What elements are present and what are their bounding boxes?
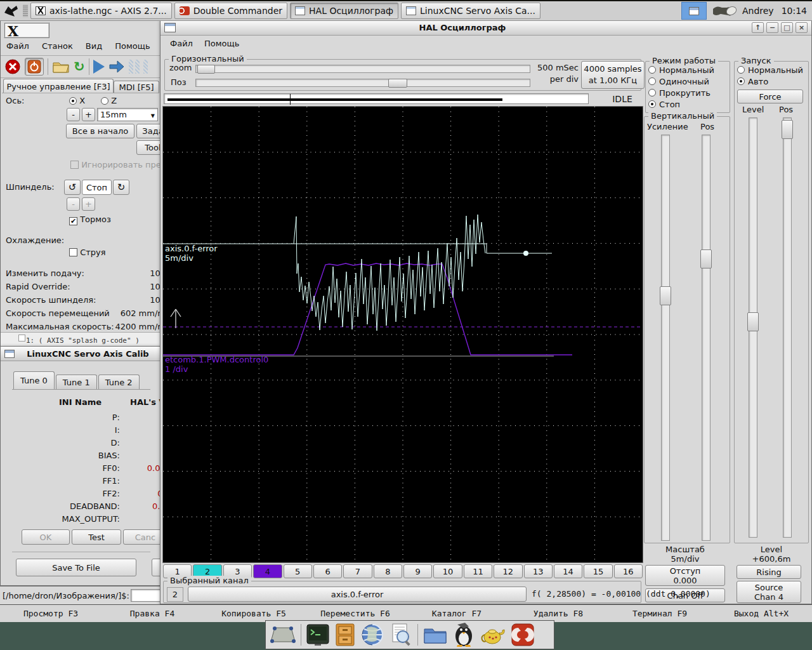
spindle-stop-button[interactable]: Стоп: [82, 180, 112, 195]
override-value[interactable]: 602 mm/m: [95, 308, 160, 318]
ignore-limits-checkbox[interactable]: Игнорировать преде: [70, 160, 160, 169]
ok-button[interactable]: OK: [22, 529, 70, 545]
fkey-f8[interactable]: Удалить F8: [508, 609, 609, 618]
machine-power-button[interactable]: [25, 58, 44, 76]
fkey-f3[interactable]: Просмотр F3: [0, 609, 102, 618]
taskbar-grip[interactable]: [23, 4, 28, 17]
mist-checkbox[interactable]: Струя: [69, 248, 106, 257]
channel-button-11[interactable]: 11: [464, 564, 492, 578]
cancel-button[interactable]: Canc: [123, 529, 160, 545]
spindle-forward-icon[interactable]: [113, 180, 129, 195]
channel-name-button[interactable]: axis.0.f-error: [188, 587, 527, 602]
terminal-icon[interactable]: [306, 623, 330, 646]
scope-display[interactable]: axis.0.f-error 5m/div etcomb.1.PWM.dcont…: [162, 106, 643, 563]
axis-menu-item-Помощь[interactable]: Помощь: [110, 41, 154, 53]
trig-pos-slider[interactable]: [783, 117, 792, 538]
fkey-f5[interactable]: Копировать F5: [203, 609, 304, 618]
channel-button-14[interactable]: 14: [554, 564, 582, 578]
file-cabinet-icon[interactable]: [334, 623, 356, 647]
jog-increment-select[interactable]: 15mm: [97, 108, 158, 121]
shade-button[interactable]: [752, 22, 764, 33]
run-icon[interactable]: [93, 60, 105, 74]
minimize-button[interactable]: [766, 22, 778, 33]
tray-window-icon[interactable]: [681, 2, 707, 20]
param-value[interactable]: 0.000: [125, 463, 160, 473]
tab-tune-2[interactable]: Tune 2: [98, 375, 140, 389]
tab-mdi[interactable]: MDI [F5]: [114, 81, 159, 93]
override-value[interactable]: 4200 mm/m: [95, 322, 160, 331]
open-file-icon[interactable]: [52, 59, 70, 74]
axis-menu-item-Вид[interactable]: Вид: [81, 41, 107, 53]
fkey-f9[interactable]: Терминал F9: [609, 609, 710, 618]
double-commander-icon[interactable]: [511, 623, 535, 647]
pause-icon-2[interactable]: [143, 60, 148, 74]
param-value[interactable]: 0.00: [125, 501, 160, 511]
trigger-radio-авто[interactable]: Авто: [737, 76, 808, 87]
channel-button-10[interactable]: 10: [433, 564, 462, 578]
reload-icon[interactable]: [74, 60, 85, 74]
gain-slider[interactable]: [661, 135, 670, 541]
axis-x-radio[interactable]: X: [69, 96, 85, 105]
desktop-icon[interactable]: [270, 624, 296, 646]
channel-button-16[interactable]: 16: [614, 564, 643, 578]
axis-z-radio[interactable]: Z: [101, 96, 117, 105]
hal-menu-item-Файл[interactable]: Файл: [166, 39, 197, 50]
channel-button-12[interactable]: 12: [494, 564, 522, 578]
taskbar-item[interactable]: HAL Осциллограф: [290, 3, 398, 19]
spindle-reverse-icon[interactable]: [64, 180, 81, 195]
step-icon[interactable]: [108, 60, 125, 74]
penguin-icon[interactable]: [452, 622, 475, 647]
rising-button[interactable]: Rising: [737, 565, 801, 579]
maximize-button[interactable]: [781, 22, 793, 33]
channel-button-5[interactable]: 5: [284, 564, 312, 578]
spindle-plus-button[interactable]: +: [82, 197, 95, 211]
level-slider-handle[interactable]: [747, 312, 759, 331]
override-value[interactable]: 100: [95, 269, 160, 278]
record-progress-bar[interactable]: [164, 93, 589, 104]
channel-button-7[interactable]: 7: [343, 564, 372, 578]
level-slider[interactable]: [749, 117, 757, 538]
mode-radio-стоп[interactable]: Стоп: [648, 98, 730, 110]
axis-menu-item-Файл[interactable]: Файл: [2, 41, 34, 53]
calib-titlebar[interactable]: LinuxCNC Servo Axis Calib: [1, 347, 160, 361]
override-value[interactable]: 100: [95, 295, 160, 305]
fkey-alt+x[interactable]: Выход Alt+X: [710, 609, 812, 618]
clipped-button[interactable]: [152, 559, 160, 576]
web-browser-icon[interactable]: [360, 623, 384, 647]
home-all-button[interactable]: Все в начало: [66, 124, 134, 138]
vert-pos-slider[interactable]: [702, 135, 710, 541]
record-position-marker[interactable]: [290, 94, 291, 105]
wm-logo-icon[interactable]: [0, 2, 22, 20]
taskbar-item[interactable]: axis-lathe.ngc - AXIS 2.7...: [30, 3, 172, 19]
vert-pos-slider-handle[interactable]: [700, 249, 712, 269]
tool-button[interactable]: Tool: [136, 140, 160, 155]
tab-manual-control[interactable]: Ручное управление [F3]: [3, 79, 114, 93]
tab-tune-1[interactable]: Tune 1: [56, 375, 97, 389]
param-value[interactable]: 0: [125, 451, 160, 460]
pos-slider-handle[interactable]: [388, 79, 407, 88]
trigger-source-button[interactable]: Source Chan 4: [737, 581, 801, 603]
test-button[interactable]: Test: [72, 529, 121, 545]
pos-slider[interactable]: [195, 79, 530, 87]
force-button[interactable]: Force: [737, 90, 803, 103]
fkey-f6[interactable]: Переместить F6: [304, 609, 406, 618]
mode-radio-прокрутить[interactable]: Прокрутить: [648, 87, 730, 98]
taskbar-item[interactable]: Double Commander: [174, 3, 287, 19]
param-value[interactable]: 0.0: [125, 489, 160, 498]
hal-menu-item-Помощь[interactable]: Помощь: [200, 39, 244, 50]
trig-pos-slider-handle[interactable]: [782, 120, 793, 139]
touch-off-button[interactable]: Зада: [136, 124, 160, 138]
jog-minus-button[interactable]: -: [67, 108, 80, 121]
channel-button-8[interactable]: 8: [374, 564, 402, 578]
channel-button-13[interactable]: 13: [524, 564, 553, 578]
pause-icon[interactable]: [129, 60, 140, 74]
fkey-f4[interactable]: Правка F4: [102, 609, 203, 618]
zoom-slider-handle[interactable]: [197, 65, 215, 74]
teapot-icon[interactable]: [480, 623, 506, 646]
taskbar-item[interactable]: LinuxCNC Servo Axis Ca...: [401, 3, 540, 19]
tab-tune-0[interactable]: Tune 0: [13, 371, 55, 389]
channel-button-15[interactable]: 15: [584, 564, 612, 578]
channel-button-4[interactable]: 4: [253, 564, 282, 578]
document-search-icon[interactable]: [389, 623, 413, 647]
jog-plus-button[interactable]: +: [82, 108, 95, 121]
